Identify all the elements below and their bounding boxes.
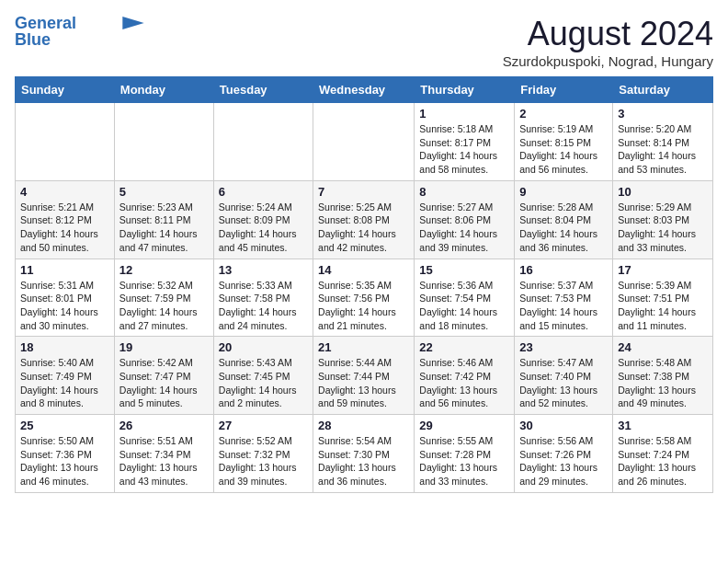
day-info: Sunrise: 5:36 AMSunset: 7:54 PMDaylight:… <box>419 279 509 333</box>
day-info: Sunrise: 5:33 AMSunset: 7:58 PMDaylight:… <box>219 279 308 333</box>
month-title: August 2024 <box>503 15 713 53</box>
day-info: Sunrise: 5:20 AMSunset: 8:14 PMDaylight:… <box>618 122 708 177</box>
calendar-cell <box>313 103 415 181</box>
calendar-cell: 12Sunrise: 5:32 AMSunset: 7:59 PMDayligh… <box>114 259 213 337</box>
calendar-cell: 31Sunrise: 5:58 AMSunset: 7:24 PMDayligh… <box>613 415 713 493</box>
day-number: 20 <box>219 340 308 354</box>
weekday-header-cell: Wednesday <box>313 77 415 103</box>
day-number: 1 <box>419 107 509 121</box>
calendar-cell: 28Sunrise: 5:54 AMSunset: 7:30 PMDayligh… <box>313 415 415 493</box>
day-info: Sunrise: 5:37 AMSunset: 7:53 PMDaylight:… <box>519 279 608 333</box>
calendar-cell <box>16 103 115 181</box>
day-number: 15 <box>419 263 509 277</box>
day-info: Sunrise: 5:44 AMSunset: 7:44 PMDaylight:… <box>318 356 409 410</box>
calendar-cell: 15Sunrise: 5:36 AMSunset: 7:54 PMDayligh… <box>415 259 515 337</box>
day-number: 28 <box>318 419 409 432</box>
day-info: Sunrise: 5:56 AMSunset: 7:26 PMDaylight:… <box>519 434 608 488</box>
calendar-week-row: 4Sunrise: 5:21 AMSunset: 8:12 PMDaylight… <box>16 180 713 259</box>
weekday-header-cell: Saturday <box>613 77 713 103</box>
calendar-cell: 2Sunrise: 5:19 AMSunset: 8:15 PMDaylight… <box>515 103 613 181</box>
calendar-cell: 29Sunrise: 5:55 AMSunset: 7:28 PMDayligh… <box>415 415 515 493</box>
calendar-cell: 3Sunrise: 5:20 AMSunset: 8:14 PMDaylight… <box>613 103 713 181</box>
calendar-week-row: 18Sunrise: 5:40 AMSunset: 7:49 PMDayligh… <box>16 337 713 415</box>
day-number: 18 <box>20 340 109 354</box>
day-info: Sunrise: 5:28 AMSunset: 8:04 PMDaylight:… <box>519 201 608 255</box>
day-number: 19 <box>119 340 209 354</box>
logo: General Blue <box>15 15 144 50</box>
day-number: 30 <box>519 419 608 432</box>
day-info: Sunrise: 5:23 AMSunset: 8:11 PMDaylight:… <box>119 201 209 255</box>
day-info: Sunrise: 5:18 AMSunset: 8:17 PMDaylight:… <box>419 122 509 177</box>
day-info: Sunrise: 5:27 AMSunset: 8:06 PMDaylight:… <box>419 201 509 255</box>
day-info: Sunrise: 5:25 AMSunset: 8:08 PMDaylight:… <box>318 201 409 255</box>
day-info: Sunrise: 5:54 AMSunset: 7:30 PMDaylight:… <box>318 434 409 488</box>
calendar-cell: 23Sunrise: 5:47 AMSunset: 7:40 PMDayligh… <box>515 337 613 415</box>
calendar-cell: 14Sunrise: 5:35 AMSunset: 7:56 PMDayligh… <box>313 259 415 337</box>
day-info: Sunrise: 5:51 AMSunset: 7:34 PMDaylight:… <box>119 434 209 488</box>
calendar-cell: 7Sunrise: 5:25 AMSunset: 8:08 PMDaylight… <box>313 180 415 259</box>
day-number: 31 <box>618 419 708 432</box>
day-number: 14 <box>318 263 409 277</box>
day-number: 26 <box>119 419 209 432</box>
day-info: Sunrise: 5:35 AMSunset: 7:56 PMDaylight:… <box>318 279 409 333</box>
calendar-cell: 9Sunrise: 5:28 AMSunset: 8:04 PMDaylight… <box>515 180 613 259</box>
calendar-week-row: 1Sunrise: 5:18 AMSunset: 8:17 PMDaylight… <box>16 103 713 181</box>
day-number: 16 <box>519 263 608 277</box>
day-info: Sunrise: 5:19 AMSunset: 8:15 PMDaylight:… <box>519 122 608 177</box>
calendar-cell: 25Sunrise: 5:50 AMSunset: 7:36 PMDayligh… <box>16 415 115 493</box>
calendar-cell <box>213 103 313 181</box>
calendar-cell: 1Sunrise: 5:18 AMSunset: 8:17 PMDaylight… <box>415 103 515 181</box>
page-header: General Blue August 2024 Szurdokpuspoki,… <box>15 15 713 69</box>
day-number: 29 <box>419 419 509 432</box>
weekday-header-cell: Tuesday <box>213 77 313 103</box>
weekday-header-cell: Sunday <box>16 77 115 103</box>
calendar-cell: 13Sunrise: 5:33 AMSunset: 7:58 PMDayligh… <box>213 259 313 337</box>
day-number: 27 <box>219 419 308 432</box>
day-number: 25 <box>20 419 109 432</box>
location: Szurdokpuspoki, Nograd, Hungary <box>503 53 713 69</box>
day-info: Sunrise: 5:47 AMSunset: 7:40 PMDaylight:… <box>519 356 608 410</box>
day-number: 3 <box>618 107 708 121</box>
day-number: 2 <box>519 107 608 121</box>
calendar-cell: 26Sunrise: 5:51 AMSunset: 7:34 PMDayligh… <box>114 415 213 493</box>
day-info: Sunrise: 5:31 AMSunset: 8:01 PMDaylight:… <box>20 279 109 333</box>
day-info: Sunrise: 5:50 AMSunset: 7:36 PMDaylight:… <box>20 434 109 488</box>
calendar-cell: 18Sunrise: 5:40 AMSunset: 7:49 PMDayligh… <box>16 337 115 415</box>
calendar-cell: 10Sunrise: 5:29 AMSunset: 8:03 PMDayligh… <box>613 180 713 259</box>
day-number: 5 <box>119 185 209 199</box>
calendar-cell: 21Sunrise: 5:44 AMSunset: 7:44 PMDayligh… <box>313 337 415 415</box>
day-number: 24 <box>618 340 708 354</box>
day-info: Sunrise: 5:32 AMSunset: 7:59 PMDaylight:… <box>119 279 209 333</box>
weekday-header-row: SundayMondayTuesdayWednesdayThursdayFrid… <box>16 77 713 103</box>
day-number: 7 <box>318 185 409 199</box>
day-info: Sunrise: 5:39 AMSunset: 7:51 PMDaylight:… <box>618 279 708 333</box>
day-info: Sunrise: 5:55 AMSunset: 7:28 PMDaylight:… <box>419 434 509 488</box>
day-info: Sunrise: 5:52 AMSunset: 7:32 PMDaylight:… <box>219 434 308 488</box>
calendar-cell: 5Sunrise: 5:23 AMSunset: 8:11 PMDaylight… <box>114 180 213 259</box>
day-number: 21 <box>318 340 409 354</box>
calendar-cell: 19Sunrise: 5:42 AMSunset: 7:47 PMDayligh… <box>114 337 213 415</box>
day-number: 23 <box>519 340 608 354</box>
calendar-cell: 24Sunrise: 5:48 AMSunset: 7:38 PMDayligh… <box>613 337 713 415</box>
calendar-week-row: 11Sunrise: 5:31 AMSunset: 8:01 PMDayligh… <box>16 259 713 337</box>
day-info: Sunrise: 5:21 AMSunset: 8:12 PMDaylight:… <box>20 201 109 255</box>
calendar-cell: 8Sunrise: 5:27 AMSunset: 8:06 PMDaylight… <box>415 180 515 259</box>
calendar-cell: 16Sunrise: 5:37 AMSunset: 7:53 PMDayligh… <box>515 259 613 337</box>
calendar-cell: 11Sunrise: 5:31 AMSunset: 8:01 PMDayligh… <box>16 259 115 337</box>
calendar-table: SundayMondayTuesdayWednesdayThursdayFrid… <box>15 76 713 493</box>
calendar-cell: 30Sunrise: 5:56 AMSunset: 7:26 PMDayligh… <box>515 415 613 493</box>
logo-blue: Blue <box>15 31 51 50</box>
weekday-header-cell: Thursday <box>415 77 515 103</box>
calendar-cell: 4Sunrise: 5:21 AMSunset: 8:12 PMDaylight… <box>16 180 115 259</box>
day-info: Sunrise: 5:46 AMSunset: 7:42 PMDaylight:… <box>419 356 509 410</box>
day-info: Sunrise: 5:24 AMSunset: 8:09 PMDaylight:… <box>219 201 308 255</box>
day-info: Sunrise: 5:43 AMSunset: 7:45 PMDaylight:… <box>219 356 308 410</box>
day-number: 12 <box>119 263 209 277</box>
calendar-cell: 27Sunrise: 5:52 AMSunset: 7:32 PMDayligh… <box>213 415 313 493</box>
calendar-cell <box>114 103 213 181</box>
day-number: 4 <box>20 185 109 199</box>
day-info: Sunrise: 5:58 AMSunset: 7:24 PMDaylight:… <box>618 434 708 488</box>
day-info: Sunrise: 5:29 AMSunset: 8:03 PMDaylight:… <box>618 201 708 255</box>
day-number: 10 <box>618 185 708 199</box>
title-area: August 2024 Szurdokpuspoki, Nograd, Hung… <box>503 15 713 69</box>
